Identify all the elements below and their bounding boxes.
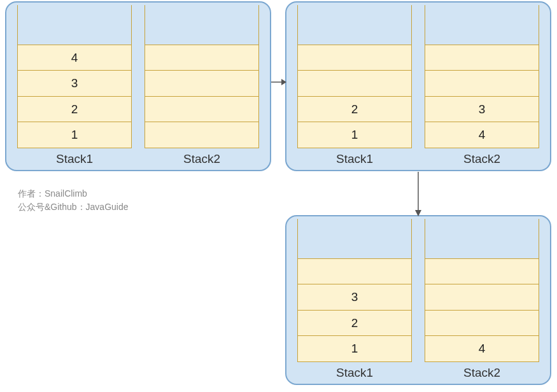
- stack-slot: 1: [18, 122, 131, 148]
- panel-3-stack1: 3 2 1 Stack1: [297, 219, 412, 380]
- stack-slot: [425, 258, 539, 285]
- credit-line: 作者：SnailClimb: [18, 187, 129, 200]
- stack-slot: [145, 45, 258, 71]
- stack-slot: 4: [425, 122, 539, 148]
- panel-1-stack2: Stack2: [145, 5, 259, 166]
- stack-slot: 1: [298, 122, 411, 148]
- panel-3-stack2: 4 Stack2: [425, 219, 539, 380]
- stack-slot: [298, 258, 411, 285]
- stack-slot: [145, 122, 258, 148]
- stack-slot: 2: [298, 96, 411, 123]
- panel-2-stack1: 2 1 Stack1: [297, 5, 412, 166]
- stack-label: Stack2: [183, 152, 220, 166]
- stack-container: 3 2 1: [297, 219, 412, 362]
- stack-slot: 3: [18, 70, 131, 97]
- stack-slot: [298, 70, 411, 97]
- stack-label: Stack1: [56, 152, 93, 166]
- stack-container: 3 4: [425, 5, 539, 148]
- stack-slot: [425, 310, 539, 337]
- stack-slot: 4: [425, 335, 539, 362]
- arrow-down-icon: [412, 172, 424, 216]
- stack-slot: [145, 70, 258, 97]
- credit-block: 作者：SnailClimb 公众号&Github：JavaGuide: [18, 187, 129, 214]
- stack-slot: 4: [18, 45, 131, 71]
- panel-2: 2 1 Stack1 3 4 Stack2: [285, 1, 551, 171]
- stack-container: 2 1: [297, 5, 412, 148]
- stack-slot: 3: [425, 96, 539, 123]
- stack-container: 4: [425, 219, 539, 362]
- panel-3: 3 2 1 Stack1 4 Stack2: [285, 215, 551, 385]
- stack-slot: 1: [298, 335, 411, 362]
- stack-slot: 2: [298, 310, 411, 337]
- stack-label: Stack2: [463, 366, 500, 380]
- arrow-right-icon: [271, 76, 286, 88]
- panel-2-stack2: 3 4 Stack2: [425, 5, 539, 166]
- stack-slot: [145, 96, 258, 123]
- stack-container: [145, 5, 259, 148]
- panel-1: 4 3 2 1 Stack1 Stack2: [5, 1, 271, 171]
- stack-slot: [425, 70, 539, 97]
- stack-label: Stack1: [336, 366, 373, 380]
- stack-slot: 2: [18, 96, 131, 123]
- stack-slot: [425, 45, 539, 71]
- stack-container: 4 3 2 1: [17, 5, 132, 148]
- stack-label: Stack1: [336, 152, 373, 166]
- panel-1-stack1: 4 3 2 1 Stack1: [17, 5, 132, 166]
- stack-slot: [298, 45, 411, 71]
- stack-slot: 3: [298, 284, 411, 311]
- stack-slot: [425, 284, 539, 311]
- credit-line: 公众号&Github：JavaGuide: [18, 200, 129, 214]
- stack-label: Stack2: [463, 152, 500, 166]
